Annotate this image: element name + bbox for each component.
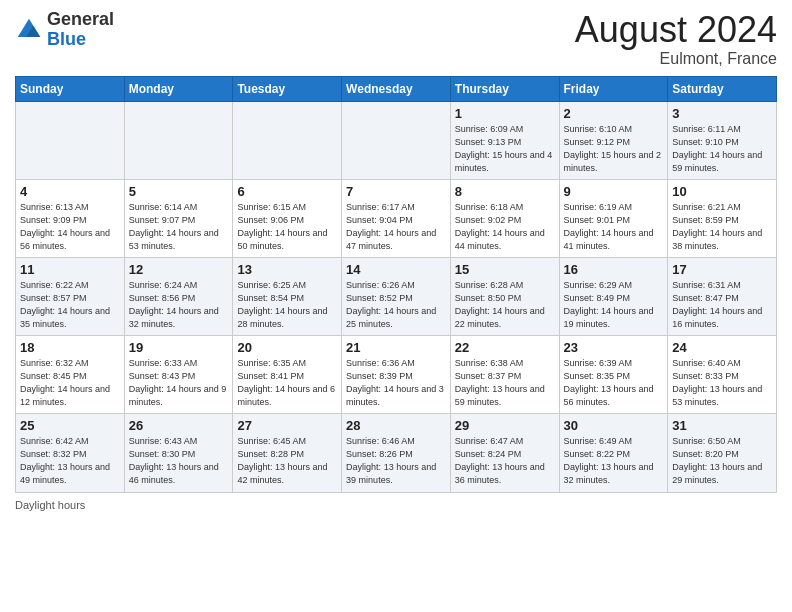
day-number: 4: [20, 184, 120, 199]
calendar-cell: 12Sunrise: 6:24 AM Sunset: 8:56 PM Dayli…: [124, 257, 233, 335]
calendar-cell: 13Sunrise: 6:25 AM Sunset: 8:54 PM Dayli…: [233, 257, 342, 335]
day-header-saturday: Saturday: [668, 76, 777, 101]
calendar-cell: 25Sunrise: 6:42 AM Sunset: 8:32 PM Dayli…: [16, 414, 125, 492]
calendar-cell: 2Sunrise: 6:10 AM Sunset: 9:12 PM Daylig…: [559, 101, 668, 179]
calendar-cell: [124, 101, 233, 179]
day-info: Sunrise: 6:28 AM Sunset: 8:50 PM Dayligh…: [455, 279, 555, 331]
calendar-header-row: SundayMondayTuesdayWednesdayThursdayFrid…: [16, 76, 777, 101]
day-number: 3: [672, 106, 772, 121]
day-info: Sunrise: 6:43 AM Sunset: 8:30 PM Dayligh…: [129, 435, 229, 487]
day-info: Sunrise: 6:19 AM Sunset: 9:01 PM Dayligh…: [564, 201, 664, 253]
day-info: Sunrise: 6:39 AM Sunset: 8:35 PM Dayligh…: [564, 357, 664, 409]
day-info: Sunrise: 6:14 AM Sunset: 9:07 PM Dayligh…: [129, 201, 229, 253]
calendar-cell: [233, 101, 342, 179]
day-info: Sunrise: 6:09 AM Sunset: 9:13 PM Dayligh…: [455, 123, 555, 175]
calendar-cell: 20Sunrise: 6:35 AM Sunset: 8:41 PM Dayli…: [233, 336, 342, 414]
day-number: 9: [564, 184, 664, 199]
calendar-cell: 24Sunrise: 6:40 AM Sunset: 8:33 PM Dayli…: [668, 336, 777, 414]
day-info: Sunrise: 6:11 AM Sunset: 9:10 PM Dayligh…: [672, 123, 772, 175]
logo-text: General Blue: [47, 10, 114, 50]
footer: Daylight hours: [15, 499, 777, 511]
calendar-cell: 23Sunrise: 6:39 AM Sunset: 8:35 PM Dayli…: [559, 336, 668, 414]
footer-label: Daylight hours: [15, 499, 85, 511]
day-info: Sunrise: 6:38 AM Sunset: 8:37 PM Dayligh…: [455, 357, 555, 409]
calendar-cell: 31Sunrise: 6:50 AM Sunset: 8:20 PM Dayli…: [668, 414, 777, 492]
calendar-cell: 15Sunrise: 6:28 AM Sunset: 8:50 PM Dayli…: [450, 257, 559, 335]
day-header-friday: Friday: [559, 76, 668, 101]
day-number: 10: [672, 184, 772, 199]
calendar-cell: 4Sunrise: 6:13 AM Sunset: 9:09 PM Daylig…: [16, 179, 125, 257]
day-number: 26: [129, 418, 229, 433]
calendar-cell: [342, 101, 451, 179]
calendar-week-row: 25Sunrise: 6:42 AM Sunset: 8:32 PM Dayli…: [16, 414, 777, 492]
calendar-cell: 26Sunrise: 6:43 AM Sunset: 8:30 PM Dayli…: [124, 414, 233, 492]
day-header-wednesday: Wednesday: [342, 76, 451, 101]
day-info: Sunrise: 6:35 AM Sunset: 8:41 PM Dayligh…: [237, 357, 337, 409]
day-number: 25: [20, 418, 120, 433]
day-number: 24: [672, 340, 772, 355]
day-number: 21: [346, 340, 446, 355]
calendar-cell: 28Sunrise: 6:46 AM Sunset: 8:26 PM Dayli…: [342, 414, 451, 492]
day-number: 28: [346, 418, 446, 433]
day-number: 16: [564, 262, 664, 277]
day-number: 1: [455, 106, 555, 121]
day-info: Sunrise: 6:15 AM Sunset: 9:06 PM Dayligh…: [237, 201, 337, 253]
day-number: 5: [129, 184, 229, 199]
day-number: 13: [237, 262, 337, 277]
calendar-cell: 21Sunrise: 6:36 AM Sunset: 8:39 PM Dayli…: [342, 336, 451, 414]
logo: General Blue: [15, 10, 114, 50]
calendar-cell: 8Sunrise: 6:18 AM Sunset: 9:02 PM Daylig…: [450, 179, 559, 257]
calendar-week-row: 18Sunrise: 6:32 AM Sunset: 8:45 PM Dayli…: [16, 336, 777, 414]
calendar-cell: 18Sunrise: 6:32 AM Sunset: 8:45 PM Dayli…: [16, 336, 125, 414]
day-header-tuesday: Tuesday: [233, 76, 342, 101]
header: General Blue August 2024 Eulmont, France: [15, 10, 777, 68]
day-info: Sunrise: 6:18 AM Sunset: 9:02 PM Dayligh…: [455, 201, 555, 253]
day-number: 20: [237, 340, 337, 355]
calendar-cell: 5Sunrise: 6:14 AM Sunset: 9:07 PM Daylig…: [124, 179, 233, 257]
day-info: Sunrise: 6:21 AM Sunset: 8:59 PM Dayligh…: [672, 201, 772, 253]
day-info: Sunrise: 6:42 AM Sunset: 8:32 PM Dayligh…: [20, 435, 120, 487]
day-info: Sunrise: 6:24 AM Sunset: 8:56 PM Dayligh…: [129, 279, 229, 331]
calendar-week-row: 11Sunrise: 6:22 AM Sunset: 8:57 PM Dayli…: [16, 257, 777, 335]
calendar-table: SundayMondayTuesdayWednesdayThursdayFrid…: [15, 76, 777, 493]
calendar-cell: 1Sunrise: 6:09 AM Sunset: 9:13 PM Daylig…: [450, 101, 559, 179]
logo-icon: [15, 16, 43, 44]
calendar-cell: 3Sunrise: 6:11 AM Sunset: 9:10 PM Daylig…: [668, 101, 777, 179]
calendar-cell: 10Sunrise: 6:21 AM Sunset: 8:59 PM Dayli…: [668, 179, 777, 257]
day-number: 8: [455, 184, 555, 199]
day-info: Sunrise: 6:22 AM Sunset: 8:57 PM Dayligh…: [20, 279, 120, 331]
day-info: Sunrise: 6:17 AM Sunset: 9:04 PM Dayligh…: [346, 201, 446, 253]
title-block: August 2024 Eulmont, France: [575, 10, 777, 68]
page-container: General Blue August 2024 Eulmont, France…: [0, 0, 792, 521]
location-title: Eulmont, France: [575, 50, 777, 68]
month-title: August 2024: [575, 10, 777, 50]
calendar-cell: 14Sunrise: 6:26 AM Sunset: 8:52 PM Dayli…: [342, 257, 451, 335]
day-header-thursday: Thursday: [450, 76, 559, 101]
day-number: 18: [20, 340, 120, 355]
day-number: 14: [346, 262, 446, 277]
day-number: 29: [455, 418, 555, 433]
day-info: Sunrise: 6:47 AM Sunset: 8:24 PM Dayligh…: [455, 435, 555, 487]
day-number: 31: [672, 418, 772, 433]
day-number: 7: [346, 184, 446, 199]
day-number: 22: [455, 340, 555, 355]
day-number: 11: [20, 262, 120, 277]
calendar-cell: 9Sunrise: 6:19 AM Sunset: 9:01 PM Daylig…: [559, 179, 668, 257]
calendar-week-row: 1Sunrise: 6:09 AM Sunset: 9:13 PM Daylig…: [16, 101, 777, 179]
calendar-cell: 17Sunrise: 6:31 AM Sunset: 8:47 PM Dayli…: [668, 257, 777, 335]
calendar-cell: 19Sunrise: 6:33 AM Sunset: 8:43 PM Dayli…: [124, 336, 233, 414]
day-info: Sunrise: 6:25 AM Sunset: 8:54 PM Dayligh…: [237, 279, 337, 331]
day-info: Sunrise: 6:10 AM Sunset: 9:12 PM Dayligh…: [564, 123, 664, 175]
day-number: 6: [237, 184, 337, 199]
calendar-cell: 16Sunrise: 6:29 AM Sunset: 8:49 PM Dayli…: [559, 257, 668, 335]
day-info: Sunrise: 6:49 AM Sunset: 8:22 PM Dayligh…: [564, 435, 664, 487]
day-info: Sunrise: 6:33 AM Sunset: 8:43 PM Dayligh…: [129, 357, 229, 409]
logo-general: General: [47, 9, 114, 29]
calendar-cell: 7Sunrise: 6:17 AM Sunset: 9:04 PM Daylig…: [342, 179, 451, 257]
calendar-week-row: 4Sunrise: 6:13 AM Sunset: 9:09 PM Daylig…: [16, 179, 777, 257]
day-number: 17: [672, 262, 772, 277]
day-number: 30: [564, 418, 664, 433]
day-number: 12: [129, 262, 229, 277]
day-header-sunday: Sunday: [16, 76, 125, 101]
day-info: Sunrise: 6:45 AM Sunset: 8:28 PM Dayligh…: [237, 435, 337, 487]
